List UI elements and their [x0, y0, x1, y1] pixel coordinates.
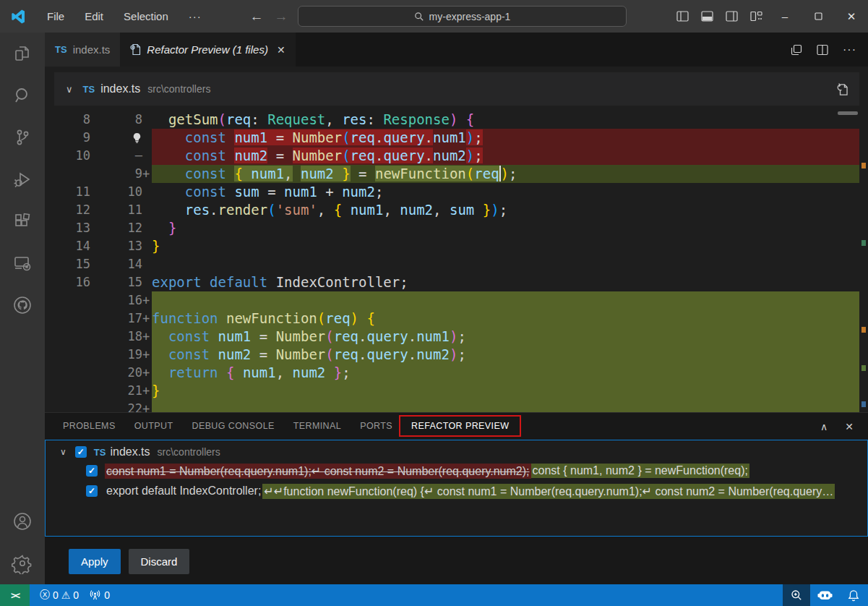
gutter-original-line-number: 16 [54, 273, 90, 291]
gutter-original-line-number [54, 400, 90, 412]
scrollbar-handle[interactable] [838, 111, 858, 115]
code-diff-lines: 7788 getSum(req: Request, res: Response)… [54, 106, 859, 412]
panel-tab-terminal[interactable]: TERMINAL [284, 413, 351, 440]
code-line: 88 getSum(req: Request, res: Response) { [54, 111, 859, 129]
menu-file[interactable]: File [37, 0, 74, 33]
code-line: 1413} [54, 237, 859, 255]
tree-file-name: index.ts [110, 445, 150, 458]
panel-tab-debug-console[interactable]: DEBUG CONSOLE [182, 413, 283, 440]
menu-edit[interactable]: Edit [74, 0, 113, 33]
menu-selection[interactable]: Selection [113, 0, 179, 33]
error-count: 0 [53, 589, 59, 601]
refactor-file-row[interactable]: ∨ ✓ TS index.ts src\controllers [46, 440, 867, 461]
toggle-secondary-sidebar-icon[interactable] [719, 0, 744, 33]
extensions-icon[interactable] [0, 200, 45, 242]
ports-count: 0 [104, 589, 110, 601]
refactor-actions: Apply Discard [45, 549, 189, 574]
panel-tab-output[interactable]: OUTPUT [125, 413, 183, 440]
gutter-original-line-number: 9 [54, 129, 90, 147]
gutter-added-marker: + [142, 165, 152, 183]
gutter-original-line-number: 12 [54, 201, 90, 219]
maximize-icon [815, 12, 822, 20]
gutter-added-marker: + [142, 310, 152, 328]
menu-more-button[interactable]: ··· [179, 10, 212, 22]
gutter-original-line-number: 10 [54, 147, 90, 165]
tab-close-icon[interactable]: ✕ [274, 44, 285, 56]
refactor-change-row[interactable]: ✓export default IndexController;↵↵functi… [46, 481, 867, 501]
open-file-icon[interactable] [835, 82, 849, 96]
open-changes-icon[interactable] [791, 44, 802, 56]
close-window-button[interactable]: ✕ [835, 0, 868, 33]
gutter-added-marker [142, 183, 152, 201]
more-actions-icon[interactable]: ··· [843, 43, 856, 56]
settings-gear-icon[interactable] [0, 542, 45, 584]
panel-maximize-icon[interactable]: ∧ [820, 421, 828, 432]
search-icon[interactable] [0, 74, 45, 116]
editor-tab-bar: TS index.ts Refactor Preview (1 files) ✕… [45, 33, 868, 67]
chevron-down-icon[interactable]: ∨ [60, 447, 66, 457]
customize-layout-icon[interactable] [744, 0, 768, 33]
change-checkbox[interactable]: ✓ [86, 465, 98, 477]
toggle-panel-icon[interactable] [695, 0, 719, 33]
nav-back-button[interactable]: ← [244, 9, 269, 25]
run-and-debug-icon[interactable] [0, 158, 45, 200]
code-text: const num1 = Number(req.query.num1); [152, 129, 859, 147]
file-checkbox[interactable]: ✓ [75, 446, 87, 458]
code-text: const { num1, num2 } = newFunction(req); [152, 165, 859, 183]
diff-file-header[interactable]: ∨ TS index.ts src\controllers [54, 72, 859, 106]
gutter-modified-line-number: 19 [90, 346, 142, 364]
code-text: } [152, 219, 859, 237]
ports-status[interactable]: 0 [89, 589, 110, 601]
lightbulb-icon[interactable] [132, 132, 142, 143]
tab-index-ts[interactable]: TS index.ts [45, 33, 120, 67]
accounts-icon[interactable] [0, 500, 45, 542]
search-icon [414, 12, 424, 22]
change-text-add: const { num1, num2 } = newFunction(req); [531, 464, 749, 478]
chevron-down-icon[interactable]: ∨ [66, 84, 73, 95]
copilot-icon[interactable] [810, 584, 839, 606]
diff-file-name: index.ts [100, 82, 140, 95]
zoom-status-item[interactable] [783, 584, 810, 606]
code-line: 17+function newFunction(req) { [54, 310, 859, 328]
gutter-added-marker [142, 237, 152, 255]
command-center-search[interactable]: my-express-app-1 [298, 6, 627, 27]
notifications-bell-icon[interactable] [839, 584, 868, 606]
code-line: 1615export default IndexController; [54, 273, 859, 291]
diff-editor: ∨ TS index.ts src\controllers 7788 getSu… [45, 67, 868, 412]
gutter-original-line-number [54, 346, 90, 364]
source-control-icon[interactable] [0, 116, 45, 158]
code-text: function newFunction(req) { [152, 310, 859, 328]
gutter-modified-line-number: 17 [90, 310, 142, 328]
bottom-panel: PROBLEMSOUTPUTDEBUG CONSOLETERMINALPORTS… [45, 412, 868, 584]
panel-tab-problems[interactable]: PROBLEMS [53, 413, 125, 440]
code-line: 18+ const num1 = Number(req.query.num1); [54, 328, 859, 346]
minimize-button[interactable]: – [768, 0, 802, 33]
gutter-original-line-number [54, 310, 90, 328]
code-text [152, 291, 859, 310]
tab-refactor-preview[interactable]: Refactor Preview (1 files) ✕ [120, 33, 295, 67]
code-line: 19+ const num2 = Number(req.query.num2); [54, 346, 859, 364]
apply-button[interactable]: Apply [69, 549, 121, 574]
panel-close-icon[interactable]: ✕ [845, 421, 854, 432]
change-checkbox[interactable]: ✓ [86, 485, 98, 497]
problems-status[interactable]: ⓧ 0 ⚠ 0 [40, 589, 79, 602]
title-bar: FileEditSelection ··· ← → my-express-app… [0, 0, 868, 33]
gutter-original-line-number [54, 328, 90, 346]
nav-forward-button[interactable]: → [269, 9, 293, 25]
remote-indicator[interactable]: >< [0, 584, 30, 606]
code-text: export default IndexController; [152, 273, 859, 291]
split-editor-icon[interactable] [817, 44, 828, 56]
warning-count: 0 [73, 589, 79, 601]
refactor-change-row[interactable]: ✓const num1 = Number(req.query.num1);↵ c… [46, 461, 867, 481]
panel-tab-refactor-preview[interactable]: REFACTOR PREVIEW [402, 413, 518, 440]
code-line: 1211 res.render('sum', { num1, num2, sum… [54, 201, 859, 219]
remote-explorer-icon[interactable] [0, 242, 45, 284]
panel-tab-ports[interactable]: PORTS [351, 413, 402, 440]
toggle-sidebar-icon[interactable] [670, 0, 695, 33]
overview-ruler [861, 106, 867, 412]
github-icon[interactable] [0, 284, 45, 326]
explorer-icon[interactable] [0, 33, 45, 74]
change-text-plain: export default IndexController; [105, 484, 262, 498]
discard-button[interactable]: Discard [129, 549, 190, 574]
maximize-button[interactable] [802, 0, 835, 33]
